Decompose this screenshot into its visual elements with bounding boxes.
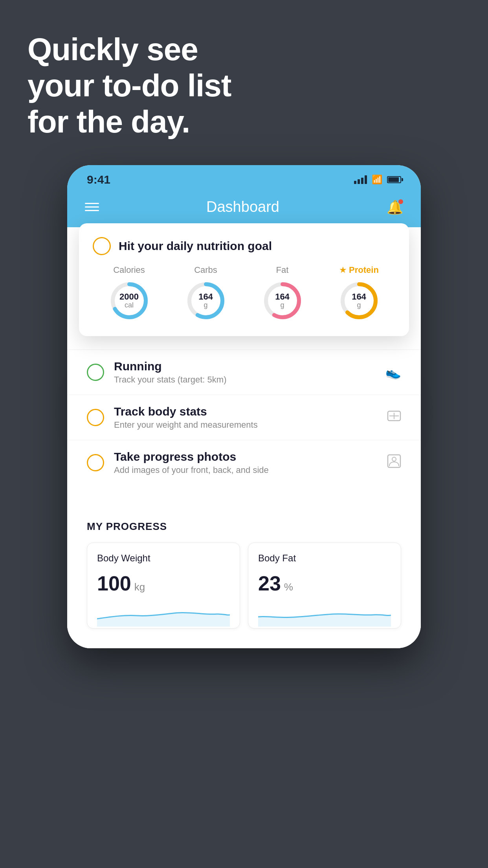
protein-donut: 164 g (338, 279, 381, 322)
progress-cards: Body Weight 100 kg Body Fat 23 % (87, 542, 401, 629)
bell-button[interactable]: 🔔 (387, 199, 403, 215)
fat-stat: Fat 164 g (261, 265, 304, 322)
photos-check-circle[interactable] (87, 454, 104, 471)
photos-title: Take progress photos (114, 450, 377, 463)
fat-label: Fat (276, 265, 289, 275)
calories-label: Calories (113, 265, 145, 275)
bodystats-text: Track body stats Enter your weight and m… (114, 405, 377, 430)
todo-item-photos[interactable]: Take progress photos Add images of your … (67, 440, 421, 485)
app-title: Dashboard (206, 199, 279, 215)
phone-content: THINGS TO DO TODAY Hit your daily nutrit… (67, 227, 421, 648)
carbs-donut: 164 g (184, 279, 227, 322)
calories-donut: 2000 cal (108, 279, 151, 322)
protein-stat: ★ Protein 164 g (338, 265, 381, 322)
todo-item-bodystats[interactable]: Track body stats Enter your weight and m… (67, 395, 421, 440)
person-icon (387, 454, 401, 471)
body-weight-num: 100 (97, 572, 131, 595)
wifi-icon: 📶 (372, 175, 382, 185)
progress-section: MY PROGRESS Body Weight 100 kg B (67, 505, 421, 629)
nutrition-card: Hit your daily nutrition goal Calories 2… (79, 223, 409, 336)
bodystats-check-circle[interactable] (87, 409, 104, 426)
carbs-stat: Carbs 164 g (184, 265, 227, 322)
signal-icon (354, 175, 367, 184)
status-time: 9:41 (87, 173, 110, 186)
nutrition-stats: Calories 2000 cal Carbs (93, 265, 395, 322)
progress-section-title: MY PROGRESS (87, 520, 401, 533)
nutrition-card-title: Hit your daily nutrition goal (119, 239, 272, 253)
body-weight-card: Body Weight 100 kg (87, 542, 240, 629)
phone-bottom-padding (67, 629, 421, 648)
body-fat-num: 23 (258, 572, 281, 595)
body-weight-title: Body Weight (97, 553, 230, 564)
phone-mockup: 9:41 📶 Dashboard 🔔 TH (67, 165, 421, 648)
protein-label: Protein (349, 265, 379, 275)
bodystats-subtitle: Enter your weight and measurements (114, 420, 377, 430)
body-weight-chart (97, 603, 230, 627)
running-check-circle[interactable] (87, 364, 104, 381)
fat-donut: 164 g (261, 279, 304, 322)
headline: Quickly see your to-do list for the day. (28, 31, 231, 140)
protein-label-row: ★ Protein (339, 265, 379, 275)
scale-icon (387, 409, 401, 426)
body-fat-card: Body Fat 23 % (248, 542, 401, 629)
menu-button[interactable] (85, 203, 99, 211)
bodystats-title: Track body stats (114, 405, 377, 418)
svg-point-12 (392, 457, 396, 461)
body-fat-value-row: 23 % (258, 572, 391, 595)
status-icons: 📶 (354, 175, 401, 185)
body-fat-chart (258, 603, 391, 627)
body-fat-title: Body Fat (258, 553, 391, 564)
body-fat-unit: % (284, 581, 293, 593)
photos-text: Take progress photos Add images of your … (114, 450, 377, 475)
running-subtitle: Track your stats (target: 5km) (114, 375, 376, 385)
status-bar: 9:41 📶 (67, 165, 421, 191)
star-icon: ★ (339, 265, 347, 275)
notification-dot (398, 199, 403, 204)
nutrition-card-title-row: Hit your daily nutrition goal (93, 237, 395, 255)
running-text: Running Track your stats (target: 5km) (114, 360, 376, 385)
battery-icon (387, 176, 401, 183)
body-weight-unit: kg (134, 581, 145, 593)
body-weight-value-row: 100 kg (97, 572, 230, 595)
shoe-icon: 👟 (385, 365, 401, 380)
nutrition-check-circle[interactable] (93, 237, 111, 255)
running-title: Running (114, 360, 376, 373)
carbs-label: Carbs (194, 265, 217, 275)
calories-stat: Calories 2000 cal (108, 265, 151, 322)
todo-item-running[interactable]: Running Track your stats (target: 5km) 👟 (67, 349, 421, 395)
app-header: Dashboard 🔔 (67, 191, 421, 227)
photos-subtitle: Add images of your front, back, and side (114, 465, 377, 475)
